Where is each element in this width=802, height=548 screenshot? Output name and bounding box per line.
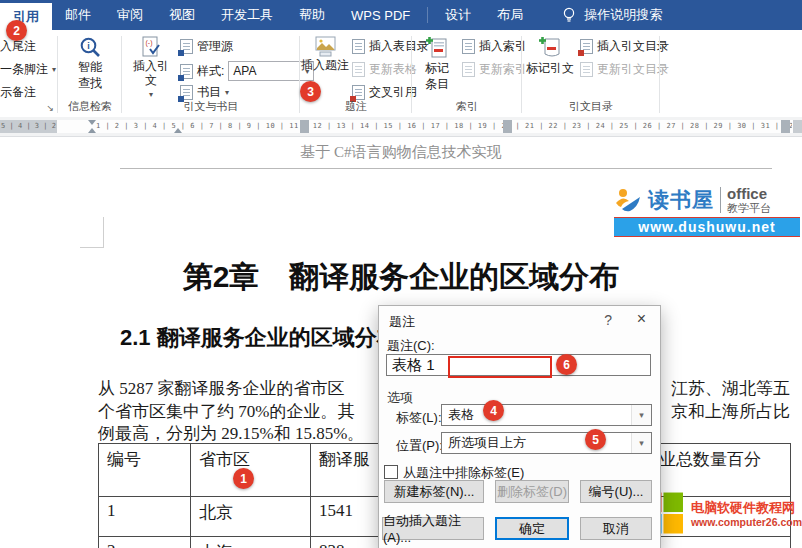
tell-me-search[interactable]: 操作说明搜索 [562,0,662,30]
autocaption-button[interactable]: 自动插入题注(A)... [382,517,484,540]
body-line2-right: 京和上海所占比 [671,400,790,423]
insert-index-button[interactable]: 插入索引 [462,38,527,55]
lightbulb-icon [562,7,576,23]
cross-reference-icon [352,85,365,100]
group-footnotes: 入尾注 一条脚注 ▾ 示备注 ↘ [0,30,58,117]
insert-index-label: 插入索引 [479,38,527,55]
label-dropdown-value: 表格 [448,406,474,424]
chevron-down-icon: ▾ [149,90,153,99]
chevron-down-icon[interactable]: ▾ [631,405,651,425]
word-window: 引用 邮件 审阅 视图 开发工具 帮助 WPS PDF 设计 布局 操作说明搜索… [0,0,802,548]
tab-review[interactable]: 审阅 [104,0,156,30]
citation-style-row: 样式: APA ▾ [180,61,314,81]
dialog-launcher-icon[interactable]: ↘ [46,103,54,113]
tab-table-layout[interactable]: 布局 [484,0,536,30]
tab-wps-pdf[interactable]: WPS PDF [338,0,423,30]
first-line-indent-marker[interactable] [88,120,96,125]
ruler[interactable]: 5 | 4 | 3 | 2 | 1 1 | 2 | 3 | 4 | 5 | 6 … [0,117,802,137]
update-table-label: 更新表格 [369,61,417,78]
ok-button[interactable]: 确定 [495,517,569,540]
group-label-index: 索引 [412,99,522,114]
ruler-bar: 5 | 4 | 3 | 2 | 1 1 | 2 | 3 | 4 | 5 | 6 … [0,120,802,133]
indent-marker[interactable] [174,128,182,133]
annotation-highlight-rect [448,356,552,378]
manage-sources-label: 管理源 [197,38,233,55]
table-cell[interactable]: 北京 [191,497,311,537]
ruler-column-marker[interactable] [300,120,309,133]
table-cell[interactable] [651,537,791,548]
mark-citation-button[interactable]: 标记引文 [524,36,576,76]
dushuwu-tag1: office [727,186,771,201]
tab-developer[interactable]: 开发工具 [208,0,286,30]
mark-citation-label: 标记引文 [526,62,574,76]
picture-caption-icon [314,36,337,57]
chevron-down-icon: ▾ [52,65,56,74]
insert-index-icon [462,39,475,54]
table-cell[interactable]: 2 [99,537,191,548]
table-header-cell[interactable]: 业总数量百分 [651,444,791,497]
tab-table-design[interactable]: 设计 [432,0,484,30]
new-label-button[interactable]: 新建标签(N)... [384,480,484,503]
ribbon: 入尾注 一条脚注 ▾ 示备注 ↘ i 智能 查找 信 [0,30,802,118]
help-icon[interactable]: ? [604,312,612,328]
hanging-indent-marker[interactable] [88,128,96,133]
body-line3-left: 例最高，分别为 29.15%和 15.85%。 [98,422,364,445]
ruler-column-marker[interactable] [503,120,512,133]
mark-entry-button[interactable]: 标记 条目 [416,36,458,92]
update-table-of-authorities-button: 更新引文目录 [580,61,669,78]
close-icon[interactable]: × [637,310,646,328]
group-research: i 智能 查找 信息检索 [58,30,122,117]
next-footnote-label: 一条脚注 [0,61,48,78]
style-icon [180,64,193,79]
annotation-step-5: 5 [585,429,606,450]
bibliography-icon [180,85,193,100]
insert-table-of-authorities-button[interactable]: 插入引文目录 [580,38,669,55]
dushuwu-logo-icon [614,187,642,213]
tab-mailings[interactable]: 邮件 [52,0,104,30]
group-label-research: 信息检索 [58,99,122,114]
options-group-label: 选项 [387,389,413,407]
insert-citation-label: 插入引文 [128,60,174,88]
group-citations: (-) 插入引文 ▾ 管理源 样式: APA ▾ 书目 [122,30,300,117]
mark-citation-icon [538,36,562,60]
exclude-label-checkbox[interactable] [384,465,398,479]
dushuwu-tag2: 教学平台 [727,203,771,214]
insert-citation-button[interactable]: (-) 插入引文 ▾ [128,36,174,99]
margin-corner-mark [80,217,104,248]
computer26-watermark: 电脑软硬件教程网 www.computer26.com [642,492,802,536]
computer26-brand: 电脑软硬件教程网 [691,500,802,516]
dushuwu-url: www.dushuwu.net [614,217,800,237]
table-header-cell[interactable]: 编号 [99,444,191,497]
insert-caption-button[interactable]: 插入题注 [300,36,350,73]
annotation-step-3: 3 [300,81,321,102]
show-notes-button[interactable]: 示备注 [0,84,36,101]
chapter-heading: 第2章 翻译服务企业的区域分布 [0,257,802,298]
table-cell[interactable]: 1 [99,497,191,537]
manage-sources-button[interactable]: 管理源 [180,38,233,55]
update-table-button: 更新表格 [352,61,417,78]
group-captions: 插入题注 插入表目录 更新表格 交叉引用 题注 [300,30,412,117]
position-dropdown[interactable]: 所选项目上方 ▾ [441,432,652,454]
position-field-label: 位置(P): [396,437,443,455]
tab-help[interactable]: 帮助 [286,0,338,30]
update-index-label: 更新索引 [479,61,527,78]
annotation-step-6: 6 [556,354,577,375]
chevron-down-icon: ▾ [225,88,229,97]
cancel-button[interactable]: 取消 [580,517,652,540]
smart-lookup-button[interactable]: i 智能 查找 [63,36,117,91]
body-line2-left: 个省市区集中了约 70%的企业。其 [98,400,354,423]
mark-entry-label2: 条目 [425,78,449,92]
group-label-authorities: 引文目录 [522,99,660,114]
smart-lookup-label1: 智能 [78,61,102,75]
table-cell[interactable]: 上海 [191,537,311,548]
ruler-main-numbers: 1 | 2 | 3 | 4 | 5 | 6 | 7 | 8 | 9 | 10 |… [96,120,792,133]
svg-text:i: i [87,41,90,51]
ruler-column-marker[interactable] [781,120,790,133]
tab-view[interactable]: 视图 [156,0,208,30]
numbering-button[interactable]: 编号(U)... [580,480,652,503]
mark-entry-icon [425,36,449,60]
chevron-down-icon[interactable]: ▾ [631,433,651,453]
label-dropdown[interactable]: 表格 ▾ [441,404,652,426]
next-footnote-button[interactable]: 一条脚注 ▾ [0,61,56,78]
group-index: 标记 条目 插入索引 更新索引 索引 [412,30,522,117]
